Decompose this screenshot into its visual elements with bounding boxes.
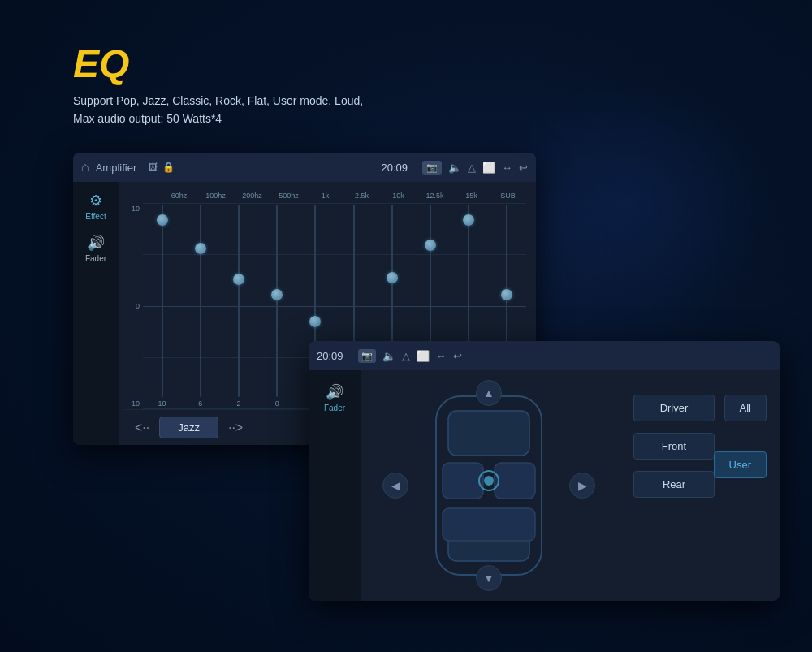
slider-knob-12-5k[interactable] <box>425 240 436 251</box>
slider-knob-15k[interactable] <box>463 214 474 226</box>
fader-mirror-icon[interactable]: ↔ <box>436 350 447 362</box>
mirror-icon[interactable]: ↔ <box>502 162 512 174</box>
fader-sidebar-item[interactable]: 🔊 Fader <box>324 383 345 412</box>
fader-topbar: 20:09 📷 🔈 △ ⬜ ↔ ↩ <box>309 341 780 370</box>
freq-12-5k: 12.5k <box>417 192 453 200</box>
fader-camera-icon[interactable]: 📷 <box>358 349 376 363</box>
slider-val-500hz: 0 <box>275 399 279 408</box>
slider-val-60hz: 10 <box>158 399 166 408</box>
slider-val-200hz: 2 <box>237 399 241 408</box>
car-diagram: ▲ ▼ ◀ ▶ <box>420 388 558 583</box>
eq-icon[interactable]: △ <box>468 162 476 174</box>
image-icon: 🖼 <box>148 162 158 173</box>
car-diagram-area: ▲ ▼ ◀ ▶ <box>361 370 617 601</box>
freq-100hz: 100hz <box>197 192 234 200</box>
slider-knob-1k[interactable] <box>309 316 321 327</box>
db-0: 0 <box>125 302 143 310</box>
slider-knob-10k[interactable] <box>387 272 398 283</box>
speaker-controls: Driver Front Rear All User <box>617 370 780 601</box>
freq-15k: 15k <box>453 192 490 200</box>
slider-500hz: 0 <box>258 203 296 409</box>
slider-knob-60hz[interactable] <box>157 214 168 226</box>
topbar-media-icons: 🖼 🔒 <box>148 162 175 173</box>
page-subtitle: Support Pop, Jazz, Classic, Rock, Flat, … <box>73 92 363 128</box>
freq-60hz: 60hz <box>161 192 197 200</box>
slider-val-100hz: 6 <box>198 399 202 408</box>
eq-sidebar: ⚙ Effect 🔊 Fader <box>73 182 119 445</box>
freq-10k: 10k <box>380 192 417 200</box>
slider-knob-500hz[interactable] <box>271 289 283 300</box>
fader-topbar-icons: 📷 🔈 △ ⬜ ↔ ↩ <box>358 349 462 363</box>
arrow-left-button[interactable]: ◀ <box>382 473 408 499</box>
freq-200hz: 200hz <box>234 192 270 200</box>
eq-topbar: ⌂ Amplifier 🖼 🔒 20:09 📷 🔈 △ ⬜ ↔ ↩ <box>73 153 536 182</box>
svg-rect-4 <box>495 463 535 499</box>
slider-knob-sub[interactable] <box>501 289 512 300</box>
prev-preset-button[interactable]: <·· <box>135 421 149 435</box>
freq-500hz: 500hz <box>270 192 307 200</box>
display-icon[interactable]: ⬜ <box>482 162 495 174</box>
topbar-time: 20:09 <box>381 162 408 174</box>
fader-volume-icon[interactable]: 🔈 <box>382 350 395 362</box>
fader-eq-icon[interactable]: △ <box>402 350 410 362</box>
front-button[interactable]: Front <box>633 433 715 460</box>
fader-icon: 🔊 <box>87 234 105 252</box>
db-10-pos: 10 <box>125 205 143 213</box>
sidebar-item-fader[interactable]: 🔊 Fader <box>85 234 106 263</box>
fader-speaker-icon: 🔊 <box>326 383 343 401</box>
freq-labels: 60hz 100hz 200hz 500hz 1k 2.5k 10k 12.5k… <box>125 192 526 200</box>
slider-knob-200hz[interactable] <box>233 274 244 285</box>
fader-screen: 20:09 📷 🔈 △ ⬜ ↔ ↩ 🔊 Fader ▲ ▼ ◀ ▶ <box>309 341 780 601</box>
camera-icon[interactable]: 📷 <box>422 161 442 175</box>
svg-point-6 <box>484 476 494 486</box>
slider-100hz: 6 <box>181 203 219 409</box>
fader-time: 20:09 <box>317 350 343 362</box>
fader-back-icon[interactable]: ↩ <box>453 350 462 362</box>
driver-button[interactable]: Driver <box>633 395 715 421</box>
slider-track-60hz[interactable] <box>162 205 163 397</box>
user-button[interactable]: User <box>714 451 767 478</box>
svg-rect-7 <box>443 508 535 541</box>
preset-button[interactable]: Jazz <box>159 417 218 438</box>
home-icon[interactable]: ⌂ <box>81 160 89 175</box>
db-scale: 10 0 -10 <box>125 203 143 409</box>
db-10-neg: -10 <box>125 399 143 408</box>
slider-track-500hz[interactable] <box>276 205 278 397</box>
freq-1k: 1k <box>307 192 343 200</box>
slider-60hz: 10 <box>143 203 181 409</box>
back-icon[interactable]: ↩ <box>519 162 528 174</box>
fader-sidebar: 🔊 Fader <box>309 370 361 601</box>
lock-icon: 🔒 <box>162 162 175 173</box>
rear-button[interactable]: Rear <box>633 471 715 498</box>
volume-icon[interactable]: 🔈 <box>448 162 461 174</box>
slider-200hz: 2 <box>219 203 257 409</box>
next-preset-button[interactable]: ··> <box>228 421 243 435</box>
sidebar-item-effect[interactable]: ⚙ Effect <box>85 192 106 221</box>
slider-track-100hz[interactable] <box>200 205 201 397</box>
all-button[interactable]: All <box>724 395 767 421</box>
title-section: EQ Support Pop, Jazz, Classic, Rock, Fla… <box>73 45 363 128</box>
topbar-right-icons: 📷 🔈 △ ⬜ ↔ ↩ <box>422 161 528 175</box>
topbar-title: Amplifier <box>96 162 137 174</box>
svg-rect-1 <box>448 411 529 456</box>
freq-sub: SUB <box>490 192 526 200</box>
arrow-up-button[interactable]: ▲ <box>476 380 502 406</box>
page-title: EQ <box>73 45 363 84</box>
svg-rect-3 <box>443 463 483 499</box>
arrow-right-button[interactable]: ▶ <box>569 473 595 499</box>
fader-label: Fader <box>324 404 345 412</box>
slider-track-200hz[interactable] <box>238 205 240 397</box>
fader-display-icon[interactable]: ⬜ <box>417 350 430 362</box>
slider-knob-100hz[interactable] <box>195 243 206 254</box>
car-diagram-svg <box>420 388 558 583</box>
fader-content: 🔊 Fader ▲ ▼ ◀ ▶ <box>309 370 780 601</box>
freq-2-5k: 2.5k <box>343 192 380 200</box>
arrow-down-button[interactable]: ▼ <box>476 565 502 591</box>
effect-icon: ⚙ <box>89 192 102 209</box>
